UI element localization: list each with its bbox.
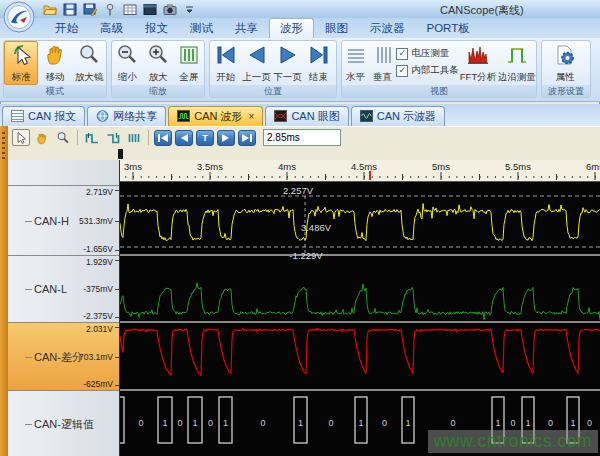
app-logo-icon[interactable] <box>3 1 35 33</box>
ribbon-tab-测试[interactable]: 测试 <box>179 18 224 38</box>
svg-text:4ms: 4ms <box>278 161 296 172</box>
toolbar-separator <box>77 130 78 145</box>
logic-bit-value: 0 <box>548 418 553 428</box>
logic-bit-value: 1 <box>162 418 167 428</box>
doc-tab-CAN-波形[interactable]: CAN 波形× <box>168 106 263 126</box>
falling-edge-button[interactable] <box>104 129 122 146</box>
rising-edge-button[interactable] <box>83 129 101 146</box>
ribbon-tab-示波器[interactable]: 示波器 <box>359 18 416 38</box>
time-ruler[interactable]: 3ms3.5ms4ms4.5ms5ms5.5ms6ms <box>120 160 600 182</box>
doc-tab-CAN-眼图[interactable]: CAN 眼图 <box>265 106 348 126</box>
ribbon-button-下一页[interactable]: 下一页 <box>272 41 303 85</box>
ribbon-tab-共享[interactable]: 共享 <box>224 18 269 38</box>
ribbon-button-结束[interactable]: 结束 <box>303 41 334 85</box>
logic-bit-value: 1 <box>358 418 363 428</box>
ribbon-tab-PORT板[interactable]: PORT板 <box>416 18 481 38</box>
ribbon-button-开始[interactable]: 开始 <box>210 41 241 85</box>
ribbon-button-全屏[interactable]: 全屏 <box>173 41 204 85</box>
window-button[interactable] <box>142 2 157 16</box>
ribbon-button-label: 下一页 <box>273 71 302 84</box>
ribbon-tab-报文[interactable]: 报文 <box>134 18 179 38</box>
waveform-plot[interactable]: 01010101010101010102.257V3.486V-1.229V <box>120 182 600 456</box>
ribbon-button-标准[interactable]: 标准 <box>4 41 38 85</box>
save-button[interactable] <box>62 2 77 16</box>
ribbon-button-label: 移动 <box>46 71 65 84</box>
icon-zoom-out <box>115 43 139 71</box>
svg-text:T: T <box>202 133 208 143</box>
icon-horizontal <box>344 43 368 71</box>
doc-tab-CAN-示波器[interactable]: CAN 示波器 <box>351 106 445 126</box>
channel-label-panel: CAN-H2.719V531.3mV-1.656VCAN-L1.929V-375… <box>8 160 120 456</box>
ribbon-group-label: 视图 <box>342 85 536 97</box>
doc-tab-网络共享[interactable]: 网络共享 <box>87 106 166 126</box>
scale-tick <box>115 221 119 222</box>
ribbon-tab-波形[interactable]: 波形 <box>269 18 314 38</box>
pane-splitter-marker[interactable] <box>118 149 123 159</box>
go-next-button[interactable] <box>217 130 235 146</box>
cursor-icon <box>14 131 28 145</box>
ribbon-button-FFT分析[interactable]: FFT分析 <box>459 41 498 85</box>
ribbon-tab-高级[interactable]: 高级 <box>89 18 134 38</box>
checkbox-label: 内部工具条 <box>411 64 459 77</box>
pin-button[interactable] <box>102 2 117 16</box>
checkbox-内部工具条[interactable]: ✓内部工具条 <box>396 64 459 77</box>
checkbox-box[interactable]: ✓ <box>396 65 408 77</box>
logic-bit-value: 0 <box>138 418 143 428</box>
channel-row-CAN-L[interactable]: CAN-L1.929V-375mV-2.375V <box>8 255 119 322</box>
ribbon-group-body: 标准移动放大镜 <box>4 41 106 85</box>
ribbon-button-水平[interactable]: 水平 <box>342 41 369 85</box>
icon-fullscreen <box>177 43 201 71</box>
doc-tab-CAN-报文[interactable]: CAN 报文 <box>2 106 85 126</box>
ribbon-button-放大[interactable]: 放大 <box>143 41 174 85</box>
ribbon-tab-开始[interactable]: 开始 <box>44 18 89 38</box>
pin-icon <box>103 3 117 16</box>
rising-edge-icon <box>85 131 100 145</box>
ribbon-button-label: 放大 <box>149 71 168 84</box>
close-tab-icon[interactable]: × <box>249 111 255 122</box>
icon-prev <box>245 43 269 71</box>
time-position-input[interactable] <box>263 129 341 146</box>
marker-strip <box>8 148 600 160</box>
ribbon-button-缩小[interactable]: 缩小 <box>112 41 143 85</box>
ribbon-button-垂直[interactable]: 垂直 <box>369 41 396 85</box>
channel-row-CAN-逻辑值[interactable]: CAN-逻辑值 <box>8 390 119 456</box>
snapshot-button[interactable] <box>162 2 177 16</box>
open-icon <box>43 3 57 16</box>
go-last-button[interactable] <box>238 130 256 146</box>
ribbon-button-属性[interactable]: 属性 <box>542 41 588 85</box>
channel-row-CAN-差分[interactable]: CAN-差分2.031V703.1mV-625mV <box>8 322 119 390</box>
open-button[interactable] <box>42 2 57 16</box>
ribbon-group-视图: 水平垂直✓电压测量✓内部工具条FFT分析边沿测量视图 <box>341 40 537 98</box>
pan-hand-button[interactable] <box>33 129 51 146</box>
grid-button[interactable] <box>122 2 137 16</box>
ribbon-button-放大镜[interactable]: 放大镜 <box>72 41 106 85</box>
checkbox-box[interactable]: ✓ <box>396 48 408 60</box>
multi-edge-button[interactable] <box>125 129 143 146</box>
scale-tick <box>115 327 119 328</box>
ribbon-group-label: 模式 <box>4 85 106 97</box>
left-panel-strip[interactable] <box>0 126 8 456</box>
ribbon-button-label: 标准 <box>12 71 31 84</box>
channel-connector <box>25 424 32 425</box>
channel-row-CAN-H[interactable]: CAN-H2.719V531.3mV-1.656V <box>8 185 119 255</box>
go-first-button[interactable] <box>154 130 172 146</box>
ribbon-group-label: 缩放 <box>112 85 204 97</box>
logic-bit-value: 1 <box>495 418 500 428</box>
scale-tick <box>115 385 119 386</box>
go-prev-button[interactable] <box>175 130 193 146</box>
scale-tick <box>115 190 119 191</box>
logic-bit-value: 0 <box>208 418 213 428</box>
logic-bit-value: 1 <box>223 418 228 428</box>
ribbon-button-边沿测量[interactable]: 边沿测量 <box>497 41 536 85</box>
ribbon-button-移动[interactable]: 移动 <box>38 41 72 85</box>
go-trigger-button[interactable]: T <box>196 130 214 146</box>
checkbox-电压测量[interactable]: ✓电压测量 <box>396 47 459 60</box>
svg-text:5ms: 5ms <box>432 161 450 172</box>
icon-cursor <box>9 43 33 71</box>
save-as-button[interactable] <box>82 2 97 16</box>
select-cursor-button[interactable] <box>12 129 30 146</box>
zoom-lens-button[interactable] <box>54 129 72 146</box>
ribbon-tab-眼图[interactable]: 眼图 <box>314 18 359 38</box>
ribbon-button-上一页[interactable]: 上一页 <box>241 41 272 85</box>
qat-customize-arrow-icon[interactable] <box>182 2 197 16</box>
